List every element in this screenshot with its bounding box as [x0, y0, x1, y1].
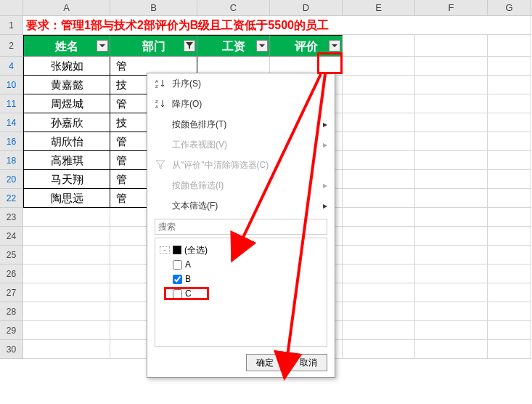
row-header[interactable]: 4 — [0, 57, 23, 76]
cell-empty[interactable] — [23, 340, 110, 359]
row-header[interactable]: 23 — [0, 208, 23, 227]
row-header[interactable]: 24 — [0, 227, 23, 246]
checkbox-a[interactable] — [173, 260, 182, 270]
cell-empty[interactable] — [343, 227, 415, 246]
cell-empty[interactable] — [343, 151, 415, 170]
row-header[interactable]: 10 — [0, 76, 23, 94]
row-header[interactable]: 11 — [0, 94, 23, 113]
cell-empty[interactable] — [488, 208, 531, 227]
cell-empty[interactable] — [488, 302, 531, 321]
cell-empty[interactable] — [23, 227, 110, 246]
row-header[interactable]: 30 — [0, 340, 23, 359]
cell-empty[interactable] — [23, 264, 110, 283]
cell-name[interactable]: 孙嘉欣 — [23, 113, 110, 132]
filter-button-dept[interactable] — [184, 40, 195, 52]
col-header-f[interactable]: F — [415, 0, 488, 15]
cell-empty[interactable] — [415, 189, 488, 208]
cell-empty[interactable] — [488, 57, 531, 76]
cell-empty[interactable] — [488, 151, 531, 170]
row-header[interactable]: 28 — [0, 302, 23, 321]
filter-option-a[interactable]: A — [160, 257, 322, 272]
sort-by-color[interactable]: 按颜色排序(T) ▸ — [147, 114, 335, 134]
cancel-button[interactable]: 取消 — [290, 354, 327, 371]
cell-g2[interactable] — [488, 35, 531, 57]
checkbox-b[interactable] — [173, 275, 182, 284]
cell-empty[interactable] — [488, 132, 531, 151]
row-header[interactable]: 29 — [0, 321, 23, 340]
cell-empty[interactable] — [488, 321, 531, 340]
cell-empty[interactable] — [415, 302, 488, 321]
cell-empty[interactable] — [488, 76, 531, 94]
filter-option-c[interactable]: C — [160, 286, 322, 301]
cell-name[interactable]: 胡欣怡 — [23, 132, 110, 151]
text-filter[interactable]: 文本筛选(F) ▸ — [147, 195, 335, 216]
cell-empty[interactable] — [343, 170, 415, 189]
cell-name[interactable]: 陶思远 — [23, 189, 110, 208]
cell-empty[interactable] — [343, 57, 415, 76]
row-header[interactable]: 26 — [0, 264, 23, 283]
cell-name[interactable]: 周煜城 — [23, 94, 110, 113]
checkbox-c[interactable] — [173, 289, 182, 299]
cell-empty[interactable] — [343, 208, 415, 227]
cell-empty[interactable] — [415, 132, 488, 151]
cell-empty[interactable] — [415, 76, 488, 94]
cell-empty[interactable] — [343, 113, 415, 132]
cell-name[interactable]: 高雅琪 — [23, 151, 110, 170]
col-header-d[interactable]: D — [270, 0, 343, 15]
cell-empty[interactable] — [488, 283, 531, 302]
row-header[interactable]: 25 — [0, 246, 23, 264]
cell-empty[interactable] — [343, 321, 415, 340]
cell-empty[interactable] — [415, 321, 488, 340]
cell-empty[interactable] — [415, 246, 488, 264]
cell-empty[interactable] — [488, 189, 531, 208]
select-all-corner[interactable] — [0, 0, 23, 15]
row-header[interactable]: 27 — [0, 283, 23, 302]
cell-empty[interactable] — [23, 208, 110, 227]
cell-empty[interactable] — [23, 321, 110, 340]
sort-descending[interactable]: ZA 降序(O) — [147, 94, 335, 114]
cell-empty[interactable] — [343, 302, 415, 321]
cell-empty[interactable] — [488, 227, 531, 246]
row-header[interactable]: 22 — [0, 189, 23, 208]
col-header-g[interactable]: G — [488, 0, 531, 15]
cell-empty[interactable] — [415, 283, 488, 302]
filter-button-salary[interactable] — [256, 40, 268, 52]
row-header[interactable]: 14 — [0, 113, 23, 132]
cell-empty[interactable] — [343, 340, 415, 359]
cell-empty[interactable] — [343, 189, 415, 208]
cell-f2[interactable] — [415, 35, 488, 57]
cell-empty[interactable] — [415, 208, 488, 227]
cell-empty[interactable] — [488, 246, 531, 264]
cell-empty[interactable] — [488, 264, 531, 283]
col-header-a[interactable]: A — [23, 0, 110, 15]
cell-empty[interactable] — [343, 94, 415, 113]
cell-empty[interactable] — [23, 283, 110, 302]
cell-name[interactable]: 张婉如 — [23, 57, 110, 76]
cell-empty[interactable] — [415, 264, 488, 283]
cell-empty[interactable] — [343, 283, 415, 302]
cell-name[interactable]: 黄嘉懿 — [23, 76, 110, 94]
cell-empty[interactable] — [415, 340, 488, 359]
cell-e2[interactable] — [343, 35, 415, 57]
cell-empty[interactable] — [23, 302, 110, 321]
cell-empty[interactable] — [488, 94, 531, 113]
cell-empty[interactable] — [343, 132, 415, 151]
cell-empty[interactable] — [488, 170, 531, 189]
col-header-e[interactable]: E — [343, 0, 415, 15]
cell-name[interactable]: 马天翔 — [23, 170, 110, 189]
cell-empty[interactable] — [415, 227, 488, 246]
row-header[interactable]: 20 — [0, 170, 23, 189]
cell-empty[interactable] — [488, 113, 531, 132]
cell-empty[interactable] — [415, 57, 488, 76]
row-header[interactable]: 18 — [0, 151, 23, 170]
cell-empty[interactable] — [415, 170, 488, 189]
filter-search-input[interactable] — [155, 219, 327, 235]
sort-ascending[interactable]: AZ 升序(S) — [147, 73, 335, 94]
ok-button[interactable]: 确定 — [246, 354, 284, 371]
cell-empty[interactable] — [415, 151, 488, 170]
cell-empty[interactable] — [488, 340, 531, 359]
row-header-2[interactable]: 2 — [0, 35, 23, 57]
cell-empty[interactable] — [415, 94, 488, 113]
cell-empty[interactable] — [343, 264, 415, 283]
filter-option-select-all[interactable]: - (全选) — [160, 243, 322, 257]
